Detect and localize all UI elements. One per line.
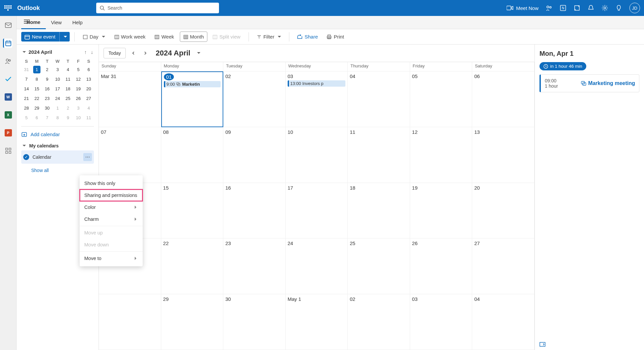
svg-point-3	[547, 6, 549, 8]
print-button[interactable]: Print	[323, 32, 347, 42]
calendar-icon	[25, 34, 30, 40]
tips-icon[interactable]	[615, 5, 622, 11]
svg-rect-11	[83, 35, 87, 39]
day-icon	[83, 35, 88, 39]
print-icon	[326, 35, 332, 39]
user-avatar[interactable]: JD	[629, 3, 640, 13]
filter-icon	[257, 35, 261, 39]
week-button[interactable]: Week	[151, 32, 178, 42]
work-week-button[interactable]: Work week	[111, 32, 149, 42]
video-icon	[507, 6, 513, 10]
svg-point-0	[100, 6, 104, 9]
chevron-down-icon[interactable]	[59, 32, 70, 42]
teams-icon[interactable]	[546, 5, 552, 11]
mail-rail-icon[interactable]	[4, 21, 13, 30]
month-button[interactable]: Month	[180, 32, 208, 42]
svg-rect-12	[115, 35, 119, 39]
svg-rect-32	[5, 23, 11, 28]
svg-line-1	[103, 9, 105, 10]
brand-label: Outlook	[17, 5, 40, 12]
notifications-icon[interactable]	[588, 5, 594, 11]
svg-text:N: N	[562, 6, 564, 10]
search-placeholder: Search	[107, 5, 122, 11]
titlebar: Outlook Search Meet Now N JD	[0, 0, 644, 16]
nav-toggle-icon[interactable]	[24, 19, 30, 25]
tab-view[interactable]: View	[46, 16, 67, 29]
onenote-icon[interactable]: N	[560, 5, 566, 11]
share-button[interactable]: Share	[294, 32, 321, 42]
split-view-button: Split view	[209, 32, 244, 42]
chevron-down-icon	[101, 34, 105, 40]
svg-point-4	[550, 7, 551, 8]
calendar-rail-icon[interactable]	[3, 39, 12, 44]
search-input[interactable]: Search	[96, 3, 219, 13]
ribbon-tabs: Home View Help	[0, 16, 644, 29]
svg-rect-30	[328, 35, 330, 36]
tab-help[interactable]: Help	[67, 16, 88, 29]
day-button[interactable]: Day	[79, 32, 109, 42]
month-icon	[183, 35, 188, 39]
workweek-icon	[114, 35, 119, 39]
settings-icon[interactable]	[602, 5, 608, 11]
svg-rect-19	[184, 35, 188, 39]
svg-rect-2	[507, 6, 511, 10]
svg-rect-9	[25, 35, 30, 39]
meet-now-button[interactable]: Meet Now	[507, 5, 538, 11]
week-icon	[155, 35, 159, 39]
share-icon	[297, 35, 303, 39]
app-launcher-icon[interactable]	[4, 4, 12, 12]
toolbar: New event Day Work week Week Month Split…	[0, 29, 644, 44]
search-icon	[100, 5, 105, 11]
new-event-button[interactable]: New event	[21, 32, 70, 42]
chevron-down-icon	[276, 34, 281, 40]
filter-button[interactable]: Filter	[253, 32, 284, 42]
split-icon	[213, 35, 217, 39]
svg-point-8	[604, 7, 606, 9]
notes-icon[interactable]	[574, 5, 580, 11]
app-rail: W X P	[0, 16, 17, 44]
